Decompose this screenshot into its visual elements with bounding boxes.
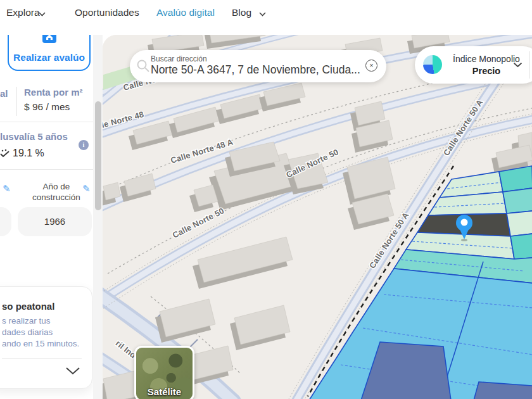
- plusvalia-label: lusvalía 5 años: [0, 131, 68, 142]
- tab-precio-partial[interactable]: al: [0, 88, 8, 99]
- construction-year-label: Año de construcción: [25, 182, 87, 203]
- map-container: Calle Nor lle Norte 48 Calle Norte 48 A …: [103, 35, 532, 399]
- house-document-icon: [42, 35, 57, 44]
- index-layer-selector[interactable]: Índice Monopolio Precio: [415, 46, 532, 84]
- chevron-down-icon: [39, 12, 46, 16]
- info-icon[interactable]: i: [79, 140, 89, 150]
- divider: [0, 169, 93, 170]
- nav-blog[interactable]: Blog: [232, 7, 251, 18]
- edit-icon[interactable]: ✎: [3, 183, 11, 194]
- search-input[interactable]: Norte 50-A 3647, 7 de Noviembre, Ciuda..…: [151, 63, 366, 77]
- tab-divider: [16, 87, 16, 116]
- tab-renta-label[interactable]: Renta por m²: [24, 87, 83, 98]
- monopoly-index-icon: [423, 55, 442, 74]
- top-nav: Explora Oportunidades Avalúo digital Blo…: [0, 0, 532, 35]
- property-sidebar: Realizar avalúo al Renta por m² $ 96 / m…: [0, 35, 93, 399]
- scrollbar-thumb[interactable]: [95, 101, 101, 210]
- plusvalia-value: 19.1 %: [13, 148, 44, 159]
- map-canvas[interactable]: Calle Nor lle Norte 48 Calle Norte 48 A …: [103, 35, 532, 399]
- card-divider: [2, 358, 82, 359]
- walkability-title: so peatonal: [2, 301, 54, 312]
- value-field-partial[interactable]: [0, 207, 11, 236]
- pill-divider: [529, 51, 530, 79]
- parcel[interactable]: [507, 211, 532, 236]
- walkability-line: s realizar tus: [2, 316, 51, 326]
- walkability-line: dades diarias: [2, 327, 53, 337]
- satellite-toggle[interactable]: Satélite: [134, 346, 194, 399]
- scrollbar-track[interactable]: [93, 35, 103, 399]
- app-window: Explora Oportunidades Avalúo digital Blo…: [0, 0, 532, 399]
- walkability-line: ando en 15 minutos.: [2, 339, 79, 348]
- renta-value: $ 96 / mes: [24, 101, 70, 113]
- chevron-down-icon[interactable]: [65, 367, 80, 375]
- clear-search-icon[interactable]: ×: [365, 60, 377, 72]
- divider: [0, 122, 93, 122]
- chevron-down-icon: [259, 12, 266, 16]
- realizar-avaluo-label: Realizar avalúo: [9, 52, 89, 63]
- nav-explora[interactable]: Explora: [6, 7, 40, 18]
- parcel[interactable]: [503, 188, 532, 213]
- parcel[interactable]: [510, 234, 532, 259]
- construction-year-field[interactable]: 1966: [18, 207, 92, 236]
- nav-avaluo-digital[interactable]: Avalúo digital: [156, 7, 215, 18]
- address-search[interactable]: Buscar dirección Norte 50-A 3647, 7 de N…: [130, 50, 386, 82]
- plusvalia-trend-icon: [0, 149, 10, 158]
- search-icon: [137, 60, 150, 73]
- walkability-card: so peatonal s realizar tus dades diarias…: [0, 286, 92, 389]
- nav-oportunidades[interactable]: Oportunidades: [75, 7, 139, 18]
- chevron-down-icon: [513, 62, 522, 68]
- edit-icon[interactable]: ✎: [82, 183, 91, 194]
- construction-year-label-line2: construcción: [25, 193, 87, 203]
- satellite-label: Satélite: [136, 386, 193, 397]
- realizar-avaluo-button[interactable]: Realizar avalúo: [8, 35, 91, 71]
- construction-year-label-line1: Año de: [25, 182, 87, 193]
- search-label: Buscar dirección: [151, 54, 207, 63]
